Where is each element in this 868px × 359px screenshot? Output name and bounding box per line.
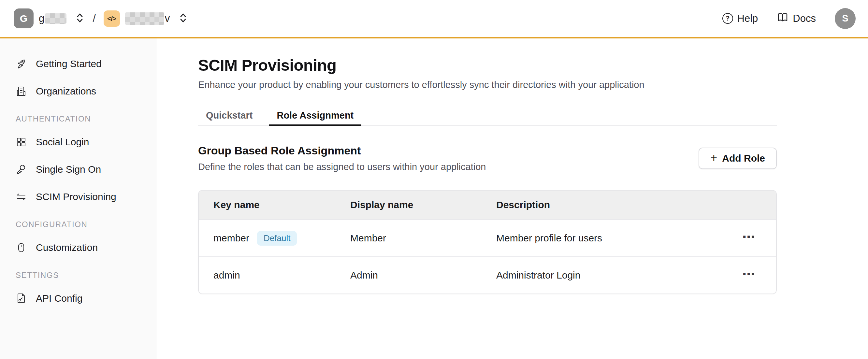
- top-bar: G g / </> v: [0, 0, 868, 38]
- sidebar-item-label: Organizations: [36, 86, 96, 97]
- project-switcher[interactable]: </> v: [103, 10, 188, 27]
- main-content: SCIM Provisioning Enhance your product b…: [156, 38, 868, 359]
- sidebar-section-authentication: AUTHENTICATION: [16, 114, 156, 124]
- sync-arrows-icon: [16, 191, 27, 202]
- rocket-icon: [16, 58, 27, 69]
- help-label: Help: [737, 13, 758, 25]
- book-icon: [777, 12, 788, 25]
- sidebar-item-label: API Config: [36, 293, 83, 304]
- grid-icon: [16, 136, 27, 148]
- project-name-suffix: v: [165, 13, 170, 25]
- row-menu-ellipsis-icon[interactable]: ⋯: [742, 230, 756, 244]
- sidebar-section-settings: SETTINGS: [16, 270, 156, 280]
- workspace-switcher[interactable]: G g: [14, 8, 85, 28]
- page-title: SCIM Provisioning: [198, 56, 777, 74]
- tab-bar: Quickstart Role Assignment: [198, 105, 777, 126]
- mouse-icon: [16, 242, 27, 253]
- workspace-logo: G: [14, 8, 34, 28]
- column-header-key-name: Key name: [213, 199, 350, 210]
- tab-quickstart[interactable]: Quickstart: [198, 105, 260, 125]
- role-description: Member profile for users: [496, 233, 714, 244]
- sidebar-item-label: SCIM Provisioning: [36, 191, 116, 202]
- page-subtitle: Enhance your product by enabling your cu…: [198, 79, 777, 90]
- roles-table: Key name Display name Description member…: [198, 190, 777, 294]
- sidebar-item-label: Customization: [36, 242, 98, 253]
- tab-role-assignment[interactable]: Role Assignment: [269, 105, 361, 125]
- column-header-description: Description: [496, 199, 714, 210]
- sidebar-item-scim-provisioning[interactable]: SCIM Provisioning: [16, 187, 156, 206]
- breadcrumb-separator: /: [93, 12, 95, 25]
- chevron-updown-icon[interactable]: [178, 12, 188, 25]
- role-key: admin: [213, 270, 240, 281]
- chevron-updown-icon[interactable]: [75, 12, 85, 25]
- redacted-project-name: [125, 12, 164, 25]
- redacted-workspace-name: [45, 13, 66, 24]
- help-link[interactable]: ? Help: [722, 13, 758, 25]
- sidebar: Getting Started Organizations AUTHENTICA…: [0, 38, 156, 359]
- sidebar-item-organizations[interactable]: Organizations: [16, 81, 156, 101]
- add-role-button-label: Add Role: [722, 153, 765, 164]
- column-header-display-name: Display name: [350, 199, 496, 210]
- sidebar-item-label: Social Login: [36, 136, 89, 148]
- role-display-name: Admin: [350, 270, 496, 281]
- sidebar-item-label: Getting Started: [36, 58, 102, 69]
- sidebar-item-label: Single Sign On: [36, 164, 101, 175]
- add-role-button[interactable]: + Add Role: [699, 148, 777, 169]
- role-description: Administrator Login: [496, 270, 714, 281]
- default-badge: Default: [257, 231, 297, 246]
- sidebar-item-single-sign-on[interactable]: Single Sign On: [16, 160, 156, 179]
- role-display-name: Member: [350, 233, 496, 244]
- workspace-name: g: [39, 13, 66, 25]
- sidebar-item-customization[interactable]: Customization: [16, 238, 156, 257]
- section-description: Define the roles that can be assigned to…: [198, 162, 486, 172]
- sidebar-item-social-login[interactable]: Social Login: [16, 132, 156, 152]
- help-icon: ?: [722, 13, 733, 24]
- table-row: admin Admin Administrator Login ⋯: [199, 256, 776, 294]
- section-header: Group Based Role Assignment Define the r…: [198, 144, 486, 172]
- project-name: v: [125, 12, 170, 25]
- workspace-name-prefix: g: [39, 13, 44, 25]
- building-icon: [16, 86, 27, 97]
- code-icon: </>: [103, 10, 120, 27]
- row-menu-ellipsis-icon[interactable]: ⋯: [742, 267, 756, 281]
- sidebar-item-api-config[interactable]: API Config: [16, 289, 156, 308]
- file-key-icon: [16, 293, 27, 304]
- docs-label: Docs: [793, 13, 816, 25]
- plus-icon: +: [710, 152, 717, 164]
- sidebar-section-configuration: CONFIGURATION: [16, 220, 156, 229]
- key-icon: [16, 164, 27, 175]
- table-row: member Default Member Member profile for…: [199, 219, 776, 256]
- table-header-row: Key name Display name Description: [199, 191, 776, 219]
- role-key: member: [213, 233, 249, 244]
- sidebar-item-getting-started[interactable]: Getting Started: [16, 54, 156, 74]
- user-avatar[interactable]: S: [835, 8, 856, 29]
- docs-link[interactable]: Docs: [777, 12, 816, 25]
- section-heading: Group Based Role Assignment: [198, 144, 486, 157]
